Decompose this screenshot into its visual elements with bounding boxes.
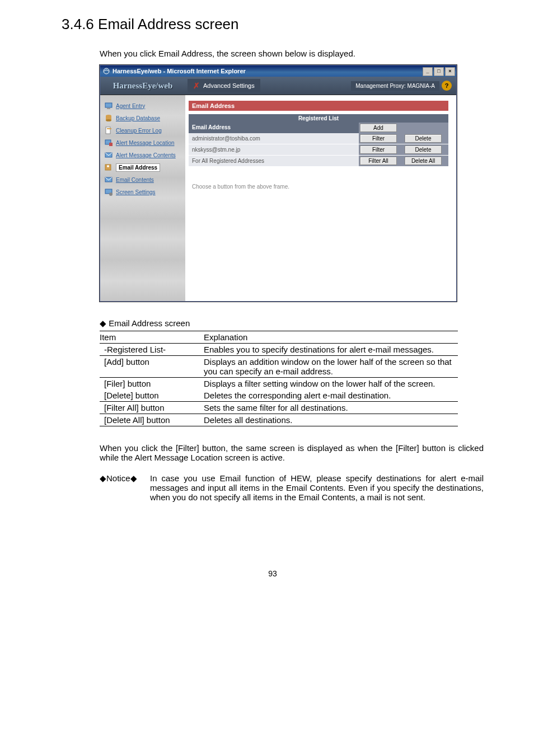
alert-contents-icon: [104, 150, 114, 160]
spec-explanation: Displays an addition window on the lower…: [204, 356, 458, 378]
sidebar-item-agent-entry[interactable]: Agent Entry: [100, 100, 185, 112]
sidebar-item-email-address[interactable]: Email Address: [100, 161, 185, 173]
help-button[interactable]: ?: [442, 81, 452, 91]
sidebar-item-screen-settings[interactable]: Screen Settings: [100, 186, 185, 198]
heading-number: 3.4.6: [62, 16, 94, 32]
spec-item: -Registered List-: [100, 344, 204, 356]
svg-point-15: [109, 192, 113, 196]
page-number: 93: [62, 569, 484, 578]
spec-explanation: Deletes the corresponding alert e-mail d…: [204, 389, 458, 402]
spec-explanation: Enables you to specify destinations for …: [204, 344, 458, 356]
sidebar-item-label: Agent Entry: [116, 103, 145, 109]
email-cell: administrator@toshiba.com: [189, 133, 359, 144]
sidebar: Agent Entry Backup Database Cleanup Erro…: [100, 95, 185, 301]
delete-button[interactable]: Delete: [405, 145, 442, 154]
lower-frame-message: Choose a button from the above frame.: [189, 184, 448, 190]
spec-table: Item Explanation -Registered List- Enabl…: [100, 331, 458, 426]
main-panel: Email Address Registered List Email Addr…: [185, 95, 456, 301]
management-proxy-label: Management Proxy: MAGNIA-A: [351, 81, 439, 91]
sidebar-item-label: Backup Database: [116, 115, 160, 121]
spec-table-intro: ◆ Email Address screen: [100, 318, 484, 328]
sidebar-item-label: Cleanup Error Log: [116, 128, 162, 134]
sidebar-item-label: Email Address: [116, 163, 160, 172]
window-title: HarnessEye/web - Microsoft Internet Expl…: [113, 68, 423, 74]
footer-label: For All Registered Addresses: [189, 156, 359, 167]
spec-header-explanation: Explanation: [204, 331, 458, 344]
svg-rect-7: [107, 128, 111, 129]
panel-title: Email Address: [189, 101, 448, 111]
spec-item: [Delete] button: [100, 389, 204, 402]
window-min-button[interactable]: _: [423, 67, 433, 76]
advanced-settings-label: Advanced Settings: [203, 82, 255, 89]
notice-body: In case you use Email function of HEW, p…: [150, 473, 484, 502]
database-icon: [104, 113, 114, 123]
intro-text: When you click Email Address, the screen…: [100, 49, 484, 58]
svg-rect-9: [109, 143, 113, 146]
log-icon: [104, 125, 114, 135]
page-heading: 3.4.6 Email Address screen: [62, 16, 484, 33]
window-close-button[interactable]: ×: [445, 67, 455, 76]
email-contents-icon: [104, 175, 114, 185]
sidebar-item-label: Email Contents: [116, 177, 154, 183]
spec-item: [Add] button: [100, 356, 204, 378]
delete-button[interactable]: Delete: [405, 134, 442, 143]
filter-all-button[interactable]: Filter All: [360, 157, 397, 165]
filter-button[interactable]: Filter: [360, 134, 397, 143]
spec-explanation: Sets the same filter for all destination…: [204, 402, 458, 414]
sidebar-item-cleanup-error-log[interactable]: Cleanup Error Log: [100, 124, 185, 137]
app-logo: HarnessEye/web: [100, 81, 185, 91]
svg-point-12: [107, 165, 109, 167]
notice-label: ◆Notice◆: [100, 473, 150, 502]
sidebar-item-alert-message-contents[interactable]: Alert Message Contents: [100, 149, 185, 161]
ie-window: HarnessEye/web - Microsoft Internet Expl…: [100, 65, 457, 302]
svg-rect-1: [105, 103, 112, 107]
settings-icon: [104, 187, 114, 197]
spec-item: [Delete All] button: [100, 414, 204, 426]
delete-all-button[interactable]: Delete All: [405, 157, 442, 165]
svg-rect-2: [107, 108, 110, 109]
window-titlebar: HarnessEye/web - Microsoft Internet Expl…: [100, 65, 456, 77]
monitor-icon: [104, 101, 114, 111]
notice-block: ◆Notice◆ In case you use Email function …: [100, 473, 484, 502]
email-cell: nkskyss@stm.ne.jp: [189, 144, 359, 156]
app-topbar: HarnessEye/web ✗ Advanced Settings Manag…: [100, 77, 456, 95]
add-button[interactable]: Add: [360, 124, 397, 132]
heading-title: Email Address screen: [98, 16, 238, 32]
filter-button[interactable]: Filter: [360, 145, 397, 154]
sidebar-item-label: Screen Settings: [116, 189, 156, 195]
sidebar-item-label: Alert Message Location: [116, 140, 175, 146]
tools-icon: ✗: [193, 81, 200, 90]
post-table-paragraph: When you click the [Filter] button, the …: [100, 443, 484, 462]
sidebar-item-label: Alert Message Contents: [116, 152, 176, 158]
spec-header-item: Item: [100, 331, 204, 344]
screenshot: HarnessEye/web - Microsoft Internet Expl…: [100, 65, 484, 302]
ie-icon: [102, 67, 110, 75]
alert-location-icon: [104, 138, 114, 148]
empty-header-cell: [398, 123, 448, 133]
window-max-button[interactable]: □: [434, 67, 444, 76]
svg-rect-6: [106, 127, 110, 134]
sidebar-item-email-contents[interactable]: Email Contents: [100, 173, 185, 186]
svg-point-5: [106, 119, 111, 121]
email-address-icon: [104, 162, 114, 172]
spec-item: [Filer] button: [100, 378, 204, 390]
add-button-cell: Add: [359, 123, 398, 133]
registered-list-header: Registered List: [189, 114, 448, 123]
spec-explanation: Deletes all destinations.: [204, 414, 458, 426]
advanced-settings-button[interactable]: ✗ Advanced Settings: [188, 79, 260, 92]
spec-explanation: Displays a filter setting window on the …: [204, 378, 458, 390]
sidebar-item-backup-database[interactable]: Backup Database: [100, 112, 185, 124]
registered-list-grid: Email Address Add administrator@toshiba.…: [189, 123, 448, 167]
column-email-address: Email Address: [189, 123, 359, 133]
sidebar-item-alert-message-location[interactable]: Alert Message Location: [100, 137, 185, 149]
spec-item: [Filter All] button: [100, 402, 204, 414]
